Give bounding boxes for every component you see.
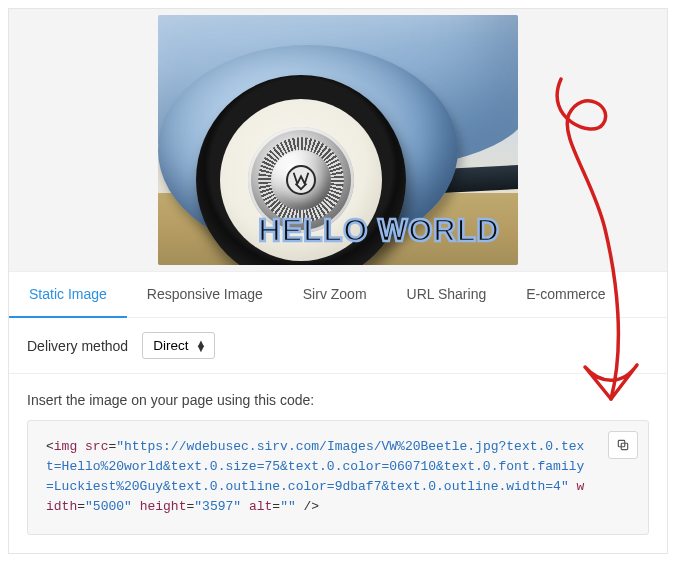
preview-image: Hello world — [158, 15, 518, 265]
code-tag: img — [54, 439, 77, 454]
instruction-area: Insert the image on your page using this… — [9, 374, 667, 553]
delivery-method-select[interactable]: Direct ▲▼ — [142, 332, 215, 359]
copy-icon — [616, 438, 630, 452]
image-overlay-text: Hello world — [258, 213, 500, 249]
tab-url-sharing[interactable]: URL Sharing — [387, 272, 507, 317]
code-attr-alt: alt — [249, 499, 272, 514]
code-gt: /> — [296, 499, 319, 514]
code-val-height: "3597" — [194, 499, 241, 514]
code-attr-src: src — [85, 439, 108, 454]
code-val-alt: "" — [280, 499, 296, 514]
delivery-method-label: Delivery method — [27, 338, 128, 354]
vw-logo-icon — [286, 165, 316, 195]
instruction-text: Insert the image on your page using this… — [27, 392, 649, 408]
tab-static-image[interactable]: Static Image — [9, 272, 127, 318]
code-val-width: "5000" — [85, 499, 132, 514]
code-lt: < — [46, 439, 54, 454]
tab-e-commerce[interactable]: E-commerce — [506, 272, 625, 317]
select-caret-icon: ▲▼ — [196, 341, 207, 351]
tab-sirv-zoom[interactable]: Sirv Zoom — [283, 272, 387, 317]
copy-button[interactable] — [608, 431, 638, 459]
tabs-bar: Static Image Responsive Image Sirv Zoom … — [9, 271, 667, 318]
delivery-row: Delivery method Direct ▲▼ — [9, 318, 667, 374]
code-attr-height: height — [140, 499, 187, 514]
delivery-method-value: Direct — [153, 338, 188, 353]
embed-code-box[interactable]: <img src="https://wdebusec.sirv.com/Imag… — [27, 420, 649, 535]
code-val-src: "https://wdebusec.sirv.com/Images/VW%20B… — [46, 439, 584, 494]
embed-panel: Hello world Static Image Responsive Imag… — [8, 8, 668, 554]
tab-responsive-image[interactable]: Responsive Image — [127, 272, 283, 317]
image-preview-area: Hello world — [9, 9, 667, 271]
